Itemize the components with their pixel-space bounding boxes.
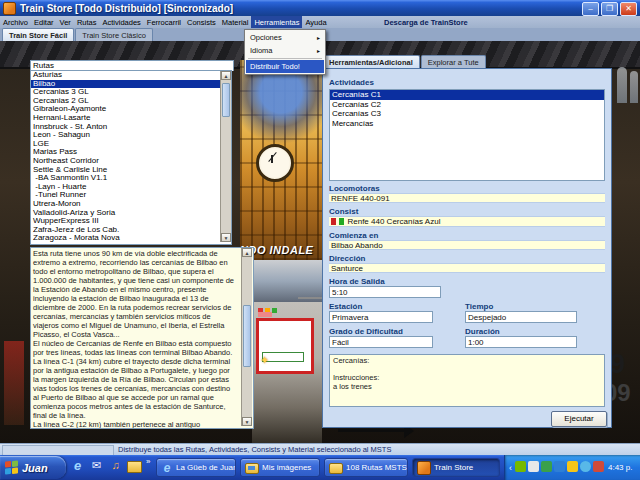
tab-train-store-f-cil[interactable]: Train Store Fácil [2,28,74,41]
route-item[interactable]: Asturias [31,71,231,80]
close-button[interactable]: ✕ [620,2,637,16]
tab-herramientas-adicional[interactable]: Herramientas/Adicional [322,55,420,68]
consist-label: Consist [329,207,358,216]
menu-item-ferrocarril[interactable]: Ferrocarril [144,16,184,29]
scroll-down-icon[interactable]: ▼ [221,233,231,242]
ie-icon: e [161,462,173,474]
taskbar-task-mis-im-genes[interactable]: Mis imágenes [240,458,320,477]
scrollbar-thumb[interactable] [222,83,230,117]
menu-item-herramientas[interactable]: Herramientas [251,16,302,29]
messenger-icon[interactable] [554,461,565,472]
route-item[interactable]: Gibraleon-Ayamonte [31,105,231,114]
estacion-input[interactable] [329,311,433,323]
display-icon[interactable] [515,461,526,472]
menu-link-download[interactable]: Descarga de TrainStore [384,18,468,27]
route-item[interactable]: Northeast Corridor [31,157,231,166]
restore-button[interactable]: ❐ [601,2,618,16]
activities-label: Actividades [329,78,374,87]
briefing-box[interactable]: Cercanías: Instrucciones: a los trenes [329,354,605,407]
menu-item-editar[interactable]: Editar [31,16,57,29]
route-item[interactable]: -BA Sanmontin V1.1 [31,174,231,183]
route-item[interactable]: Cercanias 2 GL [31,97,231,106]
arch-window [630,71,638,103]
task-label: Train Store [434,463,473,472]
route-item[interactable]: Hernani-Lasarte [31,114,231,123]
menu-item-material[interactable]: Material [219,16,252,29]
ie-icon[interactable]: e [70,458,85,473]
description-scrollbar[interactable]: ▲ ▼ [241,248,252,426]
route-item[interactable]: LGE [31,140,231,149]
duracion-input[interactable] [465,336,577,348]
menu-option-distribuir-todo[interactable]: Distribuir Todo! [246,60,324,73]
activity-item[interactable]: Mercancías [330,119,604,129]
route-item[interactable]: Settle & Carlisle Line [31,166,231,175]
grado-dificultad-input[interactable] [329,336,433,348]
mail-icon[interactable]: ✉ [89,458,104,473]
activity-item[interactable]: Cercanías C2 [330,100,604,110]
tray-clock: 4:43 p. [608,463,632,472]
route-description-box[interactable]: Esta ruta tiene unos 90 km de vía doble … [30,247,254,429]
globe-icon[interactable] [580,461,591,472]
route-item[interactable]: Marias Pass [31,148,231,157]
station-clock [256,144,294,182]
activity-item[interactable]: Cercanías C3 [330,109,604,119]
explorer-icon[interactable] [127,461,142,473]
route-item[interactable]: Innsbruck - St. Anton [31,123,231,132]
quick-launch-overflow-icon[interactable]: » [146,457,150,466]
route-item[interactable]: Zaragoza - Morata Nova [31,234,231,243]
activities-listbox[interactable]: Cercanías C1Cercanías C2Cercanías C3Merc… [329,89,605,181]
scroll-up-icon[interactable]: ▲ [242,248,252,257]
menu-item-consists[interactable]: Consists [184,16,219,29]
task-label: Mis imágenes [262,463,311,472]
taskbar-task-la-g-eb-de-juan[interactable]: eLa Güeb de Juan... [156,458,236,477]
activity-item[interactable]: Cercanías C1 [330,90,604,100]
scroll-down-icon[interactable]: ▼ [242,417,252,426]
taskbar: Juan e✉♫ » eLa Güeb de Juan...Mis imágen… [0,455,640,480]
app-icon [3,2,16,15]
route-item[interactable]: Cercanias 3 GL [31,88,231,97]
scroll-up-icon[interactable]: ▲ [221,71,231,80]
taskbar-task-108-rutas-msts[interactable]: 108 Rutas MSTS [324,458,408,477]
consist-car-icon [339,218,344,225]
route-item[interactable]: Leon - Sahagun [31,131,231,140]
route-item[interactable]: -Tunel Runner [31,191,231,200]
task-label: La Güeb de Juan... [176,463,236,472]
route-item[interactable]: Zafra-Jerez de Los Cab. [31,226,231,235]
start-button[interactable]: Juan [0,456,66,479]
train-store-icon [417,461,431,475]
route-item[interactable]: -Layn - Huarte [31,183,231,192]
ejecutar-button[interactable]: Ejecutar [551,411,607,427]
route-item[interactable]: Bilbao [31,80,231,89]
route-item[interactable]: Valladolid-Ariza y Soria [31,209,231,218]
title-bar[interactable]: Train Store [Todo Distribuido] [Sincroni… [0,0,640,16]
scrollbar-thumb[interactable] [243,305,251,367]
menu-item-ayuda[interactable]: Ayuda [302,16,329,29]
comienza-value: Bilbao Abando [329,240,605,250]
menu-option-label: Distribuir Todo! [250,62,300,71]
tab-explorar-a-tute[interactable]: Explorar a Tute [421,55,486,68]
menu-option-idioma[interactable]: Idioma▸ [246,44,324,57]
routes-scrollbar[interactable]: ▲ ▼ [220,71,231,242]
start-label: Juan [22,462,48,474]
route-item[interactable]: Utrera-Moron [31,200,231,209]
tab-train-store-cl-sico[interactable]: Train Store Clásico [75,28,153,41]
menu-item-ver[interactable]: Ver [57,16,74,29]
volume-icon[interactable] [593,461,604,472]
estacion-label: Estación [329,302,362,311]
menu-item-rutas[interactable]: Rutas [74,16,100,29]
network-icon[interactable] [541,461,552,472]
menu-option-opciones[interactable]: Opciones▸ [246,31,324,44]
taskbar-task-train-store[interactable]: Train Store [412,458,500,477]
route-item[interactable]: WupperExpress III [31,217,231,226]
menu-item-actividades[interactable]: Actividades [99,16,143,29]
minimize-button[interactable]: – [582,2,599,16]
routes-listbox[interactable]: AsturiasBilbaoCercanias 3 GLCercanias 2 … [30,70,232,245]
tiempo-input[interactable] [465,311,577,323]
power-icon[interactable] [528,461,539,472]
tray-chevron-icon[interactable]: ‹ [509,463,512,473]
menu-item-archivo[interactable]: Archivo [0,16,31,29]
consist-value-text: Renfe 440 Cercanías Azul [347,217,440,226]
media-icon[interactable]: ♫ [108,458,123,473]
antivirus-icon[interactable] [567,461,578,472]
hora-salida-input[interactable] [329,286,441,298]
